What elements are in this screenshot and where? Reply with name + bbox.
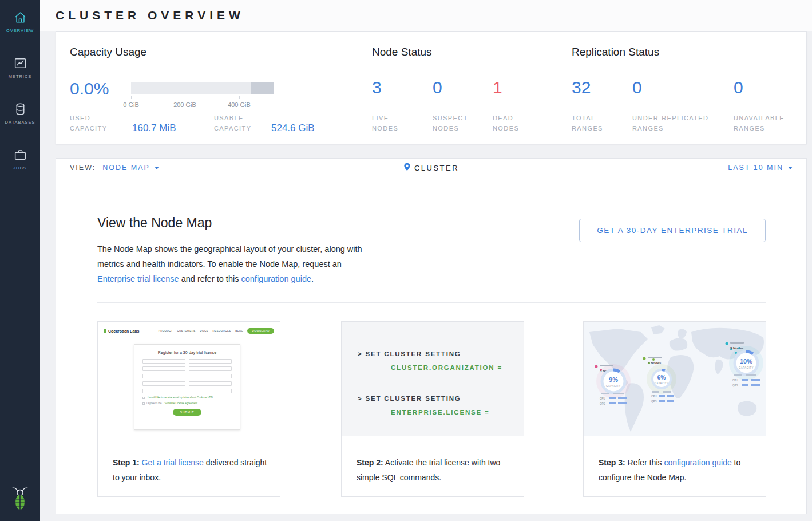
jobs-icon bbox=[13, 148, 27, 163]
mini-download-button: DOWNLOAD bbox=[247, 328, 274, 334]
svg-text:CPU: CPU bbox=[600, 397, 605, 400]
configuration-guide-link[interactable]: configuration guide bbox=[241, 274, 311, 283]
live-nodes-count: 3 bbox=[372, 78, 382, 97]
sql-setting-name: ENTERPRISE.LICENSE = bbox=[391, 405, 524, 419]
unavailable-ranges-count: 0 bbox=[734, 78, 743, 97]
unavailable-ranges-label: UNAVAILABLERANGES bbox=[734, 113, 785, 133]
checkbox-icon bbox=[142, 397, 145, 399]
view-label: VIEW: bbox=[70, 164, 96, 172]
step1-screenshot: Cockroach Labs PRODUCT CUSTOMERS DOCS RE… bbox=[98, 322, 280, 441]
used-capacity-value: 160.7 MiB bbox=[132, 123, 176, 134]
mini-checkbox-updates: I would like to receive email updates ab… bbox=[142, 396, 232, 399]
live-nodes-label: LIVENODES bbox=[372, 113, 398, 133]
svg-text:QPS: QPS bbox=[651, 400, 657, 403]
node-map-preview: 3 Nodes 3 Nodes 3 Nodes bbox=[584, 322, 766, 436]
under-replicated-ranges-count: 0 bbox=[632, 78, 642, 97]
capacity-tick-label: 400 GiB bbox=[228, 101, 251, 108]
sql-code-block: > SET CLUSTER SETTING CLUSTER.ORGANIZATI… bbox=[342, 322, 524, 436]
mini-submit-button: SUBMIT bbox=[173, 409, 201, 416]
sidebar-item-label: JOBS bbox=[0, 165, 40, 171]
capacity-axis-tick bbox=[185, 96, 185, 99]
sidebar: OVERVIEW METRICS DATABASES bbox=[0, 0, 40, 521]
total-ranges-label: TOTALRANGES bbox=[572, 113, 603, 133]
sql-statement: > SET CLUSTER SETTING bbox=[358, 347, 524, 361]
usable-capacity-value: 524.6 GiB bbox=[271, 123, 315, 134]
step2-card: > SET CLUSTER SETTING CLUSTER.ORGANIZATI… bbox=[341, 321, 524, 497]
step3-card: 3 Nodes 3 Nodes 3 Nodes bbox=[583, 321, 766, 497]
capacity-tick-label: 200 GiB bbox=[173, 101, 196, 108]
mini-cockroach-logo: Cockroach Labs bbox=[104, 329, 139, 333]
replication-status-title: Replication Status bbox=[572, 46, 659, 58]
total-ranges-count: 32 bbox=[572, 78, 591, 97]
svg-text:CPU: CPU bbox=[651, 395, 657, 398]
enterprise-trial-license-link[interactable]: Enterprise trial license bbox=[97, 274, 179, 283]
step3-caption: Step 3: Refer this configuration guide t… bbox=[599, 455, 755, 485]
time-range-selector[interactable]: LAST 10 MIN bbox=[728, 164, 793, 172]
view-bar: VIEW: NODE MAP CLUSTER LAST 10 MIN bbox=[56, 158, 807, 177]
suspect-nodes-count: 0 bbox=[433, 78, 442, 97]
view-selector-dropdown[interactable]: VIEW: NODE MAP bbox=[70, 164, 159, 172]
capacity-bar-reserved-segment bbox=[251, 82, 274, 94]
capacity-tick-label: 0 GiB bbox=[123, 101, 139, 108]
mini-checkbox-license: I agree to the Software License Agreemen… bbox=[142, 402, 232, 405]
mini-form-title: Register for a 30-day trial license bbox=[138, 350, 236, 354]
capacity-usage-title: Capacity Usage bbox=[70, 46, 146, 58]
svg-text:10%: 10% bbox=[740, 358, 752, 365]
page-title: CLUSTER OVERVIEW bbox=[56, 9, 244, 22]
section-divider bbox=[97, 302, 766, 303]
svg-text:QPS: QPS bbox=[600, 402, 605, 405]
dead-nodes-label: DEADNODES bbox=[493, 113, 519, 133]
home-icon bbox=[13, 10, 27, 25]
sql-setting-name: CLUSTER.ORGANIZATION = bbox=[391, 361, 524, 374]
under-replicated-ranges-label: UNDER-REPLICATEDRANGES bbox=[632, 113, 708, 133]
cluster-label: CLUSTER bbox=[414, 164, 459, 172]
cluster-summary-card: Capacity Usage 0.0% 0 GiB 200 GiB 400 Gi… bbox=[56, 31, 807, 144]
sidebar-item-label: METRICS bbox=[0, 74, 40, 79]
cluster-breadcrumb: CLUSTER bbox=[403, 163, 459, 173]
checkbox-icon bbox=[142, 402, 145, 405]
node-map-description: The Node Map shows the geographical layo… bbox=[97, 242, 371, 286]
bug-icon bbox=[104, 329, 106, 333]
sidebar-item-jobs[interactable]: JOBS bbox=[0, 148, 40, 171]
svg-text:6%: 6% bbox=[657, 374, 666, 381]
svg-text:3 Nodes: 3 Nodes bbox=[730, 346, 744, 350]
get-trial-license-link[interactable]: Get a trial license bbox=[142, 458, 204, 467]
capacity-bar bbox=[131, 82, 274, 94]
sidebar-item-overview[interactable]: OVERVIEW bbox=[0, 10, 40, 33]
sidebar-item-databases[interactable]: DATABASES bbox=[0, 102, 40, 125]
svg-text:9%: 9% bbox=[609, 376, 618, 383]
svg-text:CAPACITY: CAPACITY bbox=[655, 382, 668, 385]
svg-text:3 Nodes: 3 Nodes bbox=[648, 361, 662, 365]
admin-ui-screen: OVERVIEW METRICS DATABASES bbox=[0, 0, 812, 521]
page-header: CLUSTER OVERVIEW bbox=[40, 0, 812, 31]
databases-icon bbox=[13, 102, 27, 117]
sidebar-item-metrics[interactable]: METRICS bbox=[0, 56, 40, 79]
suspect-nodes-label: SUSPECTNODES bbox=[433, 113, 468, 133]
capacity-used-percent: 0.0% bbox=[70, 79, 109, 98]
mini-site-nav: PRODUCT CUSTOMERS DOCS RESOURCES BLOG bbox=[159, 330, 244, 333]
enterprise-trial-button[interactable]: GET A 30-DAY ENTERPRISE TRIAL bbox=[579, 219, 766, 242]
chevron-down-icon bbox=[155, 167, 159, 169]
svg-text:CAPACITY: CAPACITY bbox=[739, 366, 754, 369]
chevron-down-icon bbox=[788, 167, 793, 169]
node-map-heading: View the Node Map bbox=[97, 215, 212, 231]
svg-text:CPU: CPU bbox=[732, 379, 738, 382]
dead-nodes-count: 1 bbox=[493, 78, 502, 97]
location-pin-icon bbox=[403, 163, 410, 173]
capacity-axis-tick bbox=[131, 96, 132, 99]
time-range-value: LAST 10 MIN bbox=[728, 164, 783, 172]
cockroach-logo[interactable] bbox=[0, 486, 40, 514]
capacity-axis-tick bbox=[239, 96, 240, 99]
mini-trial-form: Register for a 30-day trial license I bbox=[134, 344, 240, 430]
node-status-title: Node Status bbox=[372, 46, 432, 58]
configuration-guide-link[interactable]: configuration guide bbox=[664, 458, 731, 467]
step1-caption: Step 1: Get a trial license delivered st… bbox=[113, 455, 270, 485]
main-content: CLUSTER OVERVIEW Capacity Usage 0.0% 0 G… bbox=[40, 0, 812, 521]
metrics-icon bbox=[13, 56, 27, 71]
view-selected-value: NODE MAP bbox=[102, 164, 150, 172]
usable-capacity-label: USABLECAPACITY bbox=[214, 113, 251, 133]
sidebar-item-label: DATABASES bbox=[0, 120, 40, 125]
step2-caption: Step 2: Activate the trial license with … bbox=[357, 455, 513, 485]
step1-card: Cockroach Labs PRODUCT CUSTOMERS DOCS RE… bbox=[97, 321, 280, 497]
mini-form-fields bbox=[142, 359, 232, 393]
